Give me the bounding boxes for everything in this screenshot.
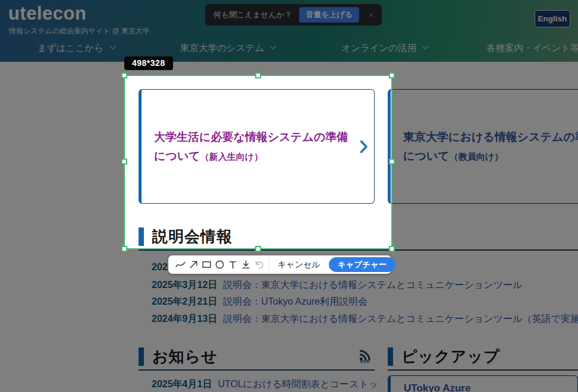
page: utelecon 情報システムの総合案内サイト @ 東京大学 English ま… [0,0,578,392]
english-button[interactable]: English [535,10,570,27]
heading-accent-bar [139,347,144,366]
resize-handle-bottom-right[interactable] [389,246,395,252]
resize-handle-bottom-left[interactable] [121,246,127,252]
pickup-section-heading: ピックアップ [388,346,578,371]
ellipse-icon[interactable] [214,257,225,273]
card-link-faculty[interactable]: 東京大学における情報システムの準備について（教員向け） [388,89,578,204]
item-link[interactable]: UTOLにおける時間割表とコーストッ [218,379,376,389]
pickup-card-title: UTokyo Azure [404,382,577,392]
seminar-list-item: 2025年2月21日説明会：UTokyo Azure利用説明会 [152,296,367,308]
seminar-list-item: 2024年9月13日説明会：東京大学における情報システムとコミュニケーションツー… [152,313,578,325]
resize-handle-right[interactable] [389,159,395,165]
item-date: 2024年9月13日 [152,314,217,324]
toolbar-divider [269,255,269,274]
volume-notification: 何も聞こえませんか？ 音量を上げる × [205,4,382,26]
notification-message: 何も聞こえませんか？ [213,10,292,20]
resize-handle-bottom[interactable] [255,246,261,252]
resize-handle-top-left[interactable] [121,72,127,78]
nav-item-utokyo-systems[interactable]: 東京大学のシステム [180,42,275,55]
nav-item-guides-events[interactable]: 各種案内・イベント等 [486,42,578,55]
site-logo[interactable]: utelecon [8,3,86,24]
cancel-button[interactable]: キャンセル [274,260,324,270]
capture-selection-region[interactable] [124,75,392,249]
chevron-down-icon [109,43,116,49]
rectangle-icon[interactable] [201,257,212,273]
volume-up-button[interactable]: 音量を上げる [299,7,359,23]
site-subtitle: 情報システムの総合案内サイト @ 東京大学 [9,26,150,36]
nav-item-label: 東京大学のシステム [180,43,264,53]
item-link[interactable]: 説明会：UTokyo Azure利用説明会 [223,296,367,306]
nav-item-label: まずはここから [37,43,103,53]
resize-handle-top-right[interactable] [389,72,395,78]
resize-handle-left[interactable] [121,159,127,165]
selection-size-badge: 498*328 [124,56,173,70]
nav-item-start-here[interactable]: まずはここから [37,42,114,55]
rss-icon[interactable]: RSS [359,350,371,363]
capture-toolbar: キャンセル キャプチャー [168,255,391,274]
card-link-text: 東京大学における情報システムの準備について（教員向け） [391,128,578,165]
capture-button[interactable]: キャプチャー [329,257,396,272]
download-icon[interactable] [240,257,252,273]
nav-item-label: オンラインの活用 [341,43,416,53]
resize-handle-top[interactable] [255,72,261,78]
site-header: utelecon 情報システムの総合案内サイト @ 東京大学 English ま… [0,0,578,62]
section-title: ピックアップ [401,346,500,367]
pickup-card-utokyo-azure[interactable]: UTokyo Azure [388,375,578,392]
news-section-heading: お知らせ RSS [139,346,375,371]
item-date: 2025年2月21日 [152,296,217,306]
seminar-list-item: 2025年3月12日説明会：東京大学における情報システムとコミュニケーションツー… [152,279,522,292]
pen-icon[interactable] [175,257,186,273]
chevron-down-icon [422,43,429,49]
heading-accent-bar [388,347,393,366]
text-icon[interactable] [227,257,238,273]
item-date: 2025年3月12日 [152,280,217,290]
chevron-down-icon [270,43,277,49]
nav-item-online-use[interactable]: オンラインの活用 [341,42,427,55]
item-date: 2025年4月1日 [152,379,212,389]
item-date: 202 [152,262,168,272]
undo-icon[interactable] [253,257,265,273]
nav-item-label: 各種案内・イベント等 [486,43,578,53]
section-title: お知らせ [152,346,218,367]
item-link[interactable]: 説明会：東京大学における情報システムとコミュニケーションツール [223,280,522,290]
news-list-item: 2025年4月1日UTOLにおける時間割表とコーストッ [152,378,376,391]
arrow-icon[interactable] [188,257,199,273]
item-link[interactable]: 説明会：東京大学における情報システムとコミュニケーションツール（英語で実施 [223,314,578,324]
close-icon[interactable]: × [369,11,373,20]
